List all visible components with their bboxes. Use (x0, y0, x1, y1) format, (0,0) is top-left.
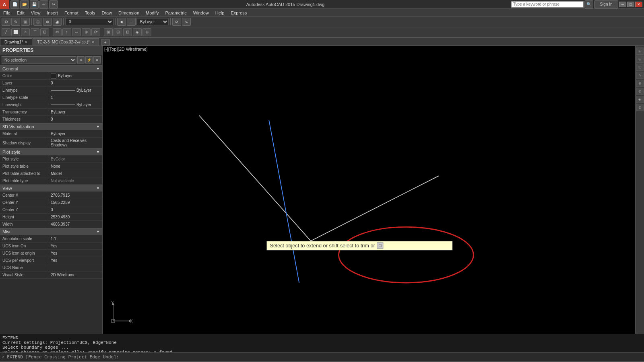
right-icon-6[interactable]: ⊗ (636, 88, 644, 95)
menu-item-window[interactable]: Window (190, 10, 212, 16)
linetype-dropdown[interactable]: ByLayer (136, 18, 169, 25)
selection-dropdown[interactable]: No selection (2, 56, 76, 64)
menu-item-parametric[interactable]: Parametric (162, 10, 190, 16)
svg-line-0 (199, 115, 311, 241)
new-button[interactable]: 📄 (10, 0, 19, 8)
tab-close-drawing1[interactable]: ✕ (25, 40, 28, 44)
toolbar-btn-9[interactable]: ⊘ (172, 18, 181, 26)
section-general-arrow: ▼ (96, 67, 100, 71)
menu-item-tools[interactable]: Tools (82, 10, 99, 16)
menu-item-help[interactable]: Help (212, 10, 228, 16)
toolbar-btn-3[interactable]: ⊞ (21, 18, 30, 26)
color-swatch (51, 74, 56, 78)
toolbar-btn-10[interactable]: ∿ (182, 18, 191, 26)
right-icon-4[interactable]: ∿ (636, 72, 644, 79)
section-3d-viz[interactable]: 3D Visualization ▼ (0, 123, 102, 130)
prop-linetype-scale: Linetype scale 1 (0, 94, 102, 101)
prop-layer: Layer 0 (0, 80, 102, 87)
section-plot-arrow: ▼ (96, 150, 100, 154)
menu-item-modify[interactable]: Modify (142, 10, 162, 16)
tab-drawing2[interactable]: TC-2-3_MC (Cos.32-2-# зр.)* ✕ (33, 38, 99, 45)
menu-item-edit[interactable]: Edit (14, 10, 28, 16)
command-area: EXTEND Current settings: Projection=UCS,… (0, 334, 644, 352)
menu-item-file[interactable]: File (0, 10, 14, 16)
section-view[interactable]: View ▼ (0, 185, 102, 192)
toolbar-draw-5[interactable]: ⊡ (40, 28, 49, 36)
toolbar-btn-4[interactable]: ⊟ (33, 18, 42, 26)
toolbar-draw-4[interactable]: ⌒ (31, 28, 39, 36)
prop-plot-table: Plot style table None (0, 163, 102, 170)
prop-centerz: Center Z 0 (0, 206, 102, 214)
open-button[interactable]: 📂 (20, 0, 29, 8)
tab-close-drawing2[interactable]: ✕ (91, 40, 95, 44)
undo-button[interactable]: ↩ (39, 0, 48, 8)
search-icon[interactable]: 🔍 (584, 0, 593, 8)
section-3d-arrow: ▼ (96, 125, 100, 129)
section-misc[interactable]: Misc ▼ (0, 228, 102, 235)
layer-dropdown[interactable]: 0 (65, 18, 114, 25)
section-misc-arrow: ▼ (96, 230, 100, 234)
select-quick-btn[interactable]: ⚡ (85, 56, 93, 64)
right-icon-2[interactable]: ⊟ (636, 56, 644, 63)
toolbar-draw-3[interactable]: ○ (21, 28, 30, 36)
toolbar-snap-3[interactable]: ⊡ (123, 28, 132, 36)
toolbar-modify-3[interactable]: ↔ (72, 28, 81, 36)
drawing-prompt-text: Select object to extend or shift-select … (270, 243, 375, 249)
redo-button[interactable]: ↪ (49, 0, 58, 8)
pickadd-btn[interactable]: ⊕ (77, 56, 85, 64)
toolbar-modify-4[interactable]: ⊕ (82, 28, 91, 36)
cmd-line-2: Current settings: Projection=UCS, Edge=N… (2, 340, 642, 345)
section-general[interactable]: General ▼ (0, 65, 102, 72)
toolbar-modify-5[interactable]: ⟳ (91, 28, 100, 36)
menu-item-insert[interactable]: Insert (43, 10, 61, 16)
toolbar-draw-1[interactable]: ╱ (2, 28, 10, 36)
close-button[interactable]: ✕ (635, 2, 642, 7)
toolbar-snap-4[interactable]: ◈ (133, 28, 142, 36)
toolbar-modify-1[interactable]: ✂ (53, 28, 62, 36)
restore-button[interactable]: □ (627, 2, 634, 7)
menu-item-draw[interactable]: Draw (98, 10, 115, 16)
right-icon-5[interactable]: ⊕ (636, 80, 644, 87)
toolbar-draw-2[interactable]: ⬜ (11, 28, 20, 36)
general-props: Color ByLayer Layer 0 Linetype ByLayer (0, 72, 102, 123)
signin-button[interactable]: Sign In (594, 0, 618, 8)
prop-ucs-icon-origin: UCS icon at origin Yes (0, 250, 102, 257)
toolbar-modify-2[interactable]: ↕ (62, 28, 71, 36)
toolbar-btn-1[interactable]: ⚙ (2, 18, 10, 26)
new-tab-button[interactable]: + (101, 39, 110, 45)
toolbar-snap-1[interactable]: ⊞ (104, 28, 113, 36)
toolbar-btn-6[interactable]: ◉ (53, 18, 62, 26)
right-icon-7[interactable]: ◈ (636, 96, 644, 103)
cmd-line-1: EXTEND (2, 335, 642, 340)
section-plot[interactable]: Plot style ▼ (0, 148, 102, 156)
minimize-button[interactable]: ─ (619, 2, 626, 7)
right-icon-8[interactable]: ⊘ (636, 104, 644, 111)
canvas-area[interactable]: [-][Top][2D Wireframe] Select object to … (103, 46, 635, 334)
menu-item-express[interactable]: Express (227, 10, 250, 16)
prop-material: Material ByLayer (0, 130, 102, 138)
menu-item-dimension[interactable]: Dimension (115, 10, 142, 16)
prop-color: Color ByLayer (0, 72, 102, 80)
toggle-btn[interactable]: ≡ (93, 56, 101, 64)
menu-item-format[interactable]: Format (61, 10, 82, 16)
svg-line-1 (311, 176, 439, 241)
toolbar-btn-8[interactable]: ─ (127, 18, 136, 26)
toolbar-btn-7[interactable]: ■ (117, 18, 126, 26)
command-input[interactable] (119, 354, 642, 360)
prop-ucs-viewport: UCS per viewport Yes (0, 257, 102, 264)
tab-drawing1[interactable]: Drawing1* ✕ (0, 38, 32, 45)
save-button[interactable]: 💾 (30, 0, 39, 8)
properties-panel: PROPERTIES No selection ⊕ ⚡ ≡ General ▼ … (0, 46, 103, 334)
toolbar-snap-2[interactable]: ⊟ (114, 28, 122, 36)
menu-item-view[interactable]: View (28, 10, 44, 16)
svg-point-3 (339, 227, 473, 283)
prop-plot-style: Plot style ByColor (0, 156, 102, 163)
toolbar-btn-5[interactable]: ⊕ (43, 18, 52, 26)
toolbar-btn-2[interactable]: ✎ (11, 18, 20, 26)
toolbar-snap-5[interactable]: ⊕ (142, 28, 151, 36)
right-icon-3[interactable]: ⊡ (636, 64, 644, 71)
prop-shadow: Shadow display Casts and Receives Shadow… (0, 138, 102, 148)
command-prompt-text: ↗ EXTEND [Fence Crossing Project Edge Un… (2, 354, 119, 360)
right-icon-1[interactable]: ⊞ (636, 47, 644, 55)
search-input[interactable] (511, 1, 584, 8)
